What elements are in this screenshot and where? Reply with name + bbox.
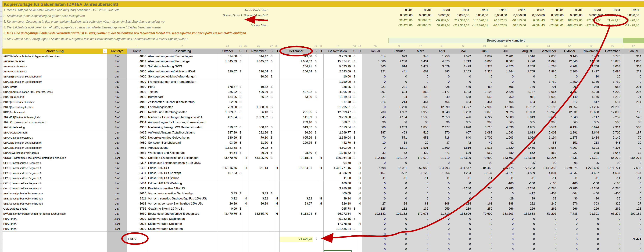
cell-kumuliert-month-6[interactable]: 0 xyxy=(474,79,495,85)
cell-kumuliert-month-12[interactable]: 15.875 xyxy=(602,59,623,64)
cell-gesamtsaldo-h[interactable] xyxy=(357,105,362,110)
cell-dezember-h[interactable] xyxy=(318,120,324,125)
header-month-september[interactable]: September xyxy=(538,48,559,54)
cell-beschriftung[interactable]: Erlöse 19% USt Werbung xyxy=(147,181,217,186)
cell-kumuliert-month-4[interactable]: -11 xyxy=(431,176,452,181)
cell-kumuliert-month-8[interactable]: 862 xyxy=(516,150,538,155)
cell-oktober[interactable]: 93,29 xyxy=(217,140,238,145)
cell-beschriftung[interactable]: Nebenkosten des Geldverkehrs xyxy=(147,135,217,140)
cell-kumuliert-month-1[interactable]: 1.080 xyxy=(362,59,388,64)
cell-dezember[interactable] xyxy=(279,186,313,191)
cell-kumuliert-month-8[interactable]: 6.049 xyxy=(516,115,538,120)
cell-kumuliert-month-13[interactable]: -7.698 xyxy=(623,165,644,171)
cell-gesamtsaldo[interactable]: 21.295,61 xyxy=(324,105,352,110)
cell-kumuliert-month-13[interactable]: 71.471 xyxy=(623,237,644,242)
cell-dezember-h[interactable] xyxy=(318,237,324,242)
cell-november-s[interactable]: S xyxy=(269,74,274,79)
cell-kumuliert-month-9[interactable]: -11 xyxy=(538,176,559,181)
cell-konto[interactable]: 8337 xyxy=(127,160,147,166)
cell-gesamtsaldo[interactable]: 4.205,29 xyxy=(324,89,352,95)
cell-dezember-s[interactable] xyxy=(313,79,318,85)
cell-kumuliert-month-12[interactable]: -39 xyxy=(602,196,623,201)
cell-november-s[interactable] xyxy=(269,211,274,216)
summary-gesamt-cell[interactable]: 0,00/0,00 xyxy=(469,13,488,18)
cell-november[interactable]: 2.069,02 xyxy=(248,115,269,120)
cell-kumuliert-month-7[interactable]: 0 xyxy=(495,226,516,232)
header-zuordnung[interactable]: Zuordnung xyxy=(2,48,108,54)
cell-zuordnung[interactable]: SBAK|Kommunikation (Tel., Internet, usw.… xyxy=(2,89,107,95)
cell-gesamtsaldo[interactable]: 517,48 xyxy=(324,100,352,105)
cell-kumuliert-month-13[interactable]: 1.080 xyxy=(623,59,644,64)
cell-november-s[interactable] xyxy=(269,160,274,166)
cell-dezember[interactable]: 619,37 xyxy=(279,125,313,130)
cell-gesamtsaldo[interactable]: 15.874,71 xyxy=(324,59,352,64)
cell-gesamtsaldo-h[interactable] xyxy=(357,59,362,64)
cell-dezember[interactable] xyxy=(279,247,313,252)
cell-november[interactable]: 96,02 xyxy=(248,145,269,150)
cell-kumuliert-month-7[interactable]: -705.475 xyxy=(495,165,516,171)
summary-summe-guv-cell[interactable]: 6.084,43 xyxy=(526,18,545,23)
cell-dezember-h[interactable] xyxy=(318,247,324,252)
cell-oktober-s[interactable]: S xyxy=(238,150,243,155)
cell-konto[interactable]: 8611 xyxy=(127,196,147,201)
summary-anzahl-cell[interactable]: 83/81 xyxy=(432,8,450,13)
cell-kumuliert-month-4[interactable]: 3.479 xyxy=(431,64,452,69)
cell-gesamtsaldo-h[interactable] xyxy=(357,89,362,95)
cell-kumuliert-month-13[interactable]: 363 xyxy=(623,64,644,69)
cell-kumuliert-month-11[interactable]: -71.391 xyxy=(580,211,602,216)
cell-kumuliert-month-13[interactable]: 36 xyxy=(623,120,644,125)
cell-kumuliert-month-9[interactable]: 0 xyxy=(538,232,559,237)
cell-kumuliert-month-13[interactable]: 187 xyxy=(623,130,644,135)
cell-oktober-h[interactable] xyxy=(243,181,248,186)
cell-konto[interactable]: 4830 xyxy=(127,54,147,59)
cell-konto[interactable]: 4832 xyxy=(127,59,147,64)
cell-oktober[interactable]: 43.470,76 xyxy=(217,211,238,216)
cell-november[interactable]: 20,96 xyxy=(248,150,269,155)
cell-dezember[interactable] xyxy=(279,181,313,186)
cell-dezember-h[interactable] xyxy=(318,186,324,191)
cell-november-s[interactable]: S xyxy=(269,125,274,130)
cell-kumuliert-month-11[interactable]: 1.454 xyxy=(580,135,602,140)
summary-gesamt-cell[interactable]: 0,00/0,00 xyxy=(564,13,582,18)
cell-kumuliert-month-4[interactable]: 1.177 xyxy=(431,89,452,95)
cell-konto[interactable]: 4909 xyxy=(127,79,147,85)
cell-zuordnung[interactable]: SBE|Sonstige betriebliche Erträge xyxy=(2,196,107,201)
cell-gesamtsaldo-h[interactable] xyxy=(357,64,362,69)
cell-kumuliert-month-10[interactable]: -276 xyxy=(559,201,580,206)
cell-konto[interactable]: 4855 xyxy=(127,64,147,69)
cell-gesamtsaldo-s[interactable]: S xyxy=(352,120,357,125)
cell-konto[interactable]: 9000 xyxy=(127,216,147,222)
cell-kumuliert-month-9[interactable]: 0 xyxy=(538,242,559,247)
cell-zuordnung[interactable]: AFAGWG|Afa GWG xyxy=(2,64,107,69)
cell-beschriftung[interactable]: Abschreibungen auf aktivierte GWG xyxy=(147,69,217,74)
summary-summe-guv-cell[interactable]: 108.622,66 xyxy=(564,18,582,23)
cell-gesamtsaldo-h[interactable]: H xyxy=(357,176,362,181)
cell-kumuliert-month-13[interactable]: -11 xyxy=(623,176,644,181)
header-month-august[interactable]: August xyxy=(516,48,538,54)
cell-kumuliert-month-8[interactable]: 0 xyxy=(516,237,538,242)
header-h[interactable]: H xyxy=(318,48,324,54)
cell-november[interactable]: 3,83 xyxy=(248,191,269,196)
cell-zuordnung[interactable]: RBR|Rechtsanwalt xyxy=(2,110,107,115)
cell-kumuliert-month-10[interactable]: 0 xyxy=(559,226,580,232)
cell-kumuliert-month-11[interactable]: 213 xyxy=(580,140,602,145)
cell-dezember[interactable] xyxy=(279,242,313,247)
cell-oktober-h[interactable] xyxy=(243,94,248,100)
cell-konto[interactable]: 4981 xyxy=(127,145,147,150)
cell-oktober[interactable]: 3,83 xyxy=(217,191,238,196)
cell-november-h[interactable] xyxy=(274,89,279,95)
cell-kontotyp[interactable] xyxy=(107,232,127,237)
cell-kumuliert-month-10[interactable]: 2.391 xyxy=(559,130,580,135)
cell-oktober[interactable]: 759,00 xyxy=(217,105,238,110)
cell-kumuliert-month-7[interactable]: 5.300 xyxy=(495,115,516,120)
cell-dezember-s[interactable]: S xyxy=(313,130,318,135)
cell-konto[interactable]: 4965 xyxy=(127,125,147,130)
cell-kumuliert-month-8[interactable]: 786 xyxy=(516,84,538,90)
cell-zuordnung[interactable]: AFAGWG|Afa GWG xyxy=(2,69,107,74)
cell-kumuliert-month-8[interactable]: 0 xyxy=(516,221,538,227)
cell-gesamtsaldo-h[interactable] xyxy=(357,79,362,85)
cell-kumuliert-month-4[interactable]: 0 xyxy=(431,196,452,201)
cell-beschriftung[interactable] xyxy=(147,237,217,242)
cell-oktober-s[interactable] xyxy=(238,155,243,160)
summary-anzahl-cell[interactable]: 83/81 xyxy=(582,8,601,13)
